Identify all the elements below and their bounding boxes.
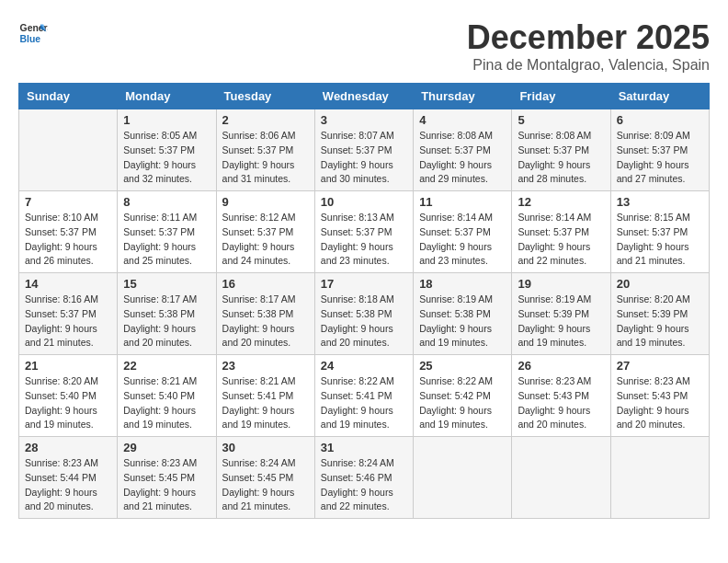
day-number: 9 bbox=[222, 195, 309, 209]
day-number: 12 bbox=[518, 195, 604, 209]
day-info: Sunrise: 8:24 AMSunset: 5:46 PMDaylight:… bbox=[321, 456, 407, 514]
calendar-cell: 14Sunrise: 8:16 AMSunset: 5:37 PMDayligh… bbox=[19, 273, 118, 355]
day-info: Sunrise: 8:24 AMSunset: 5:45 PMDaylight:… bbox=[222, 456, 309, 514]
calendar-cell: 25Sunrise: 8:22 AMSunset: 5:42 PMDayligh… bbox=[414, 355, 512, 437]
calendar-cell bbox=[414, 437, 512, 519]
calendar-cell bbox=[19, 109, 118, 191]
calendar-cell: 5Sunrise: 8:08 AMSunset: 5:37 PMDaylight… bbox=[512, 109, 610, 191]
svg-text:Blue: Blue bbox=[20, 34, 41, 44]
logo: General Blue bbox=[18, 18, 48, 48]
day-info: Sunrise: 8:21 AMSunset: 5:40 PMDaylight:… bbox=[123, 374, 210, 432]
calendar-cell: 26Sunrise: 8:23 AMSunset: 5:43 PMDayligh… bbox=[512, 355, 610, 437]
day-number: 5 bbox=[518, 113, 604, 127]
calendar-cell: 24Sunrise: 8:22 AMSunset: 5:41 PMDayligh… bbox=[314, 355, 413, 437]
calendar-cell: 6Sunrise: 8:09 AMSunset: 5:37 PMDaylight… bbox=[610, 109, 709, 191]
day-number: 11 bbox=[419, 195, 506, 209]
calendar-body: 1Sunrise: 8:05 AMSunset: 5:37 PMDaylight… bbox=[19, 109, 710, 519]
day-number: 20 bbox=[617, 277, 703, 291]
calendar-cell: 28Sunrise: 8:23 AMSunset: 5:44 PMDayligh… bbox=[19, 437, 118, 519]
calendar-cell: 16Sunrise: 8:17 AMSunset: 5:38 PMDayligh… bbox=[216, 273, 314, 355]
calendar-cell: 18Sunrise: 8:19 AMSunset: 5:38 PMDayligh… bbox=[414, 273, 512, 355]
day-info: Sunrise: 8:12 AMSunset: 5:37 PMDaylight:… bbox=[222, 211, 309, 269]
calendar-cell: 2Sunrise: 8:06 AMSunset: 5:37 PMDaylight… bbox=[216, 109, 314, 191]
calendar-cell: 30Sunrise: 8:24 AMSunset: 5:45 PMDayligh… bbox=[216, 437, 314, 519]
calendar-week-row: 1Sunrise: 8:05 AMSunset: 5:37 PMDaylight… bbox=[19, 109, 710, 191]
day-number: 4 bbox=[419, 113, 506, 127]
calendar-cell: 11Sunrise: 8:14 AMSunset: 5:37 PMDayligh… bbox=[414, 191, 512, 273]
calendar-week-row: 7Sunrise: 8:10 AMSunset: 5:37 PMDaylight… bbox=[19, 191, 710, 273]
day-info: Sunrise: 8:08 AMSunset: 5:37 PMDaylight:… bbox=[518, 129, 604, 187]
calendar-week-row: 28Sunrise: 8:23 AMSunset: 5:44 PMDayligh… bbox=[19, 437, 710, 519]
calendar-cell: 3Sunrise: 8:07 AMSunset: 5:37 PMDaylight… bbox=[314, 109, 413, 191]
title-area: December 2025 Pina de Montalgrao, Valenc… bbox=[467, 18, 710, 74]
day-number: 27 bbox=[617, 359, 703, 373]
day-of-week-header: Wednesday bbox=[314, 84, 413, 109]
day-number: 7 bbox=[25, 195, 111, 209]
day-of-week-header: Tuesday bbox=[216, 84, 314, 109]
calendar-cell: 29Sunrise: 8:23 AMSunset: 5:45 PMDayligh… bbox=[118, 437, 216, 519]
page-header: General Blue December 2025 Pina de Monta… bbox=[18, 18, 710, 74]
day-info: Sunrise: 8:14 AMSunset: 5:37 PMDaylight:… bbox=[518, 211, 604, 269]
day-info: Sunrise: 8:17 AMSunset: 5:38 PMDaylight:… bbox=[123, 293, 210, 350]
day-number: 29 bbox=[123, 441, 210, 454]
calendar-cell: 31Sunrise: 8:24 AMSunset: 5:46 PMDayligh… bbox=[314, 437, 413, 519]
day-number: 10 bbox=[321, 195, 407, 209]
day-of-week-header: Thursday bbox=[414, 84, 512, 109]
day-number: 6 bbox=[617, 113, 703, 127]
calendar-cell bbox=[512, 437, 610, 519]
day-info: Sunrise: 8:22 AMSunset: 5:41 PMDaylight:… bbox=[321, 374, 407, 432]
day-of-week-header: Monday bbox=[118, 84, 216, 109]
day-info: Sunrise: 8:10 AMSunset: 5:37 PMDaylight:… bbox=[25, 211, 111, 269]
day-info: Sunrise: 8:15 AMSunset: 5:37 PMDaylight:… bbox=[617, 211, 703, 269]
calendar-cell: 15Sunrise: 8:17 AMSunset: 5:38 PMDayligh… bbox=[118, 273, 216, 355]
calendar-cell: 10Sunrise: 8:13 AMSunset: 5:37 PMDayligh… bbox=[314, 191, 413, 273]
day-number: 30 bbox=[222, 441, 309, 454]
day-number: 19 bbox=[518, 277, 604, 291]
month-title: December 2025 bbox=[467, 18, 710, 57]
day-info: Sunrise: 8:21 AMSunset: 5:41 PMDaylight:… bbox=[222, 374, 309, 432]
day-number: 25 bbox=[419, 359, 506, 373]
day-info: Sunrise: 8:18 AMSunset: 5:38 PMDaylight:… bbox=[321, 293, 407, 350]
day-number: 14 bbox=[25, 277, 111, 291]
day-info: Sunrise: 8:05 AMSunset: 5:37 PMDaylight:… bbox=[123, 129, 210, 187]
day-number: 31 bbox=[321, 441, 407, 454]
day-info: Sunrise: 8:13 AMSunset: 5:37 PMDaylight:… bbox=[321, 211, 407, 269]
day-info: Sunrise: 8:16 AMSunset: 5:37 PMDaylight:… bbox=[25, 293, 111, 350]
day-info: Sunrise: 8:07 AMSunset: 5:37 PMDaylight:… bbox=[321, 129, 407, 187]
day-number: 13 bbox=[617, 195, 703, 209]
day-of-week-header: Sunday bbox=[19, 84, 118, 109]
day-number: 21 bbox=[25, 359, 111, 373]
day-number: 2 bbox=[222, 113, 309, 127]
day-number: 24 bbox=[321, 359, 407, 373]
day-number: 15 bbox=[123, 277, 210, 291]
day-info: Sunrise: 8:23 AMSunset: 5:43 PMDaylight:… bbox=[518, 374, 604, 432]
day-number: 16 bbox=[222, 277, 309, 291]
day-number: 8 bbox=[123, 195, 210, 209]
day-info: Sunrise: 8:23 AMSunset: 5:43 PMDaylight:… bbox=[617, 374, 703, 432]
day-info: Sunrise: 8:06 AMSunset: 5:37 PMDaylight:… bbox=[222, 129, 309, 187]
calendar-table: SundayMondayTuesdayWednesdayThursdayFrid… bbox=[18, 83, 710, 519]
calendar-cell: 13Sunrise: 8:15 AMSunset: 5:37 PMDayligh… bbox=[610, 191, 709, 273]
day-info: Sunrise: 8:20 AMSunset: 5:39 PMDaylight:… bbox=[617, 293, 703, 350]
day-number: 28 bbox=[25, 441, 111, 454]
calendar-cell: 21Sunrise: 8:20 AMSunset: 5:40 PMDayligh… bbox=[19, 355, 118, 437]
day-number: 26 bbox=[518, 359, 604, 373]
calendar-week-row: 14Sunrise: 8:16 AMSunset: 5:37 PMDayligh… bbox=[19, 273, 710, 355]
day-number: 18 bbox=[419, 277, 506, 291]
day-info: Sunrise: 8:19 AMSunset: 5:39 PMDaylight:… bbox=[518, 293, 604, 350]
calendar-cell: 1Sunrise: 8:05 AMSunset: 5:37 PMDaylight… bbox=[118, 109, 216, 191]
day-info: Sunrise: 8:22 AMSunset: 5:42 PMDaylight:… bbox=[419, 374, 506, 432]
day-info: Sunrise: 8:09 AMSunset: 5:37 PMDaylight:… bbox=[617, 129, 703, 187]
day-info: Sunrise: 8:23 AMSunset: 5:45 PMDaylight:… bbox=[123, 456, 210, 514]
calendar-cell: 4Sunrise: 8:08 AMSunset: 5:37 PMDaylight… bbox=[414, 109, 512, 191]
calendar-cell: 12Sunrise: 8:14 AMSunset: 5:37 PMDayligh… bbox=[512, 191, 610, 273]
day-info: Sunrise: 8:14 AMSunset: 5:37 PMDaylight:… bbox=[419, 211, 506, 269]
calendar-week-row: 21Sunrise: 8:20 AMSunset: 5:40 PMDayligh… bbox=[19, 355, 710, 437]
calendar-cell: 20Sunrise: 8:20 AMSunset: 5:39 PMDayligh… bbox=[610, 273, 709, 355]
day-of-week-header: Friday bbox=[512, 84, 610, 109]
day-number: 22 bbox=[123, 359, 210, 373]
calendar-cell: 9Sunrise: 8:12 AMSunset: 5:37 PMDaylight… bbox=[216, 191, 314, 273]
calendar-header-row: SundayMondayTuesdayWednesdayThursdayFrid… bbox=[19, 84, 710, 109]
calendar-cell bbox=[610, 437, 709, 519]
day-number: 17 bbox=[321, 277, 407, 291]
